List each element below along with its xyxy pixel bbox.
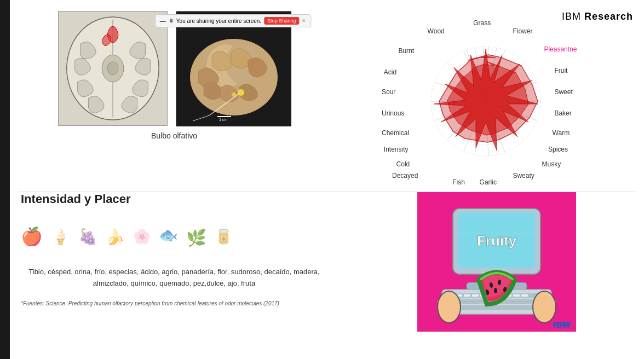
radar-label-chemical: Chemical — [382, 129, 409, 137]
radar-label-pleasantness: Pleasantne — [544, 45, 577, 53]
bulbo-label: Bulbo olfativo — [151, 131, 197, 140]
svg-text:1 cm: 1 cm — [219, 118, 227, 121]
radar-chart-area: Wood Grass Flower Burnt Pleasantne Acid … — [338, 16, 633, 186]
svg-point-70 — [438, 292, 460, 322]
radar-label-intensity: Intensity — [384, 146, 409, 153]
grapes-icon: 🍇 — [78, 228, 97, 246]
radar-label-decayed: Decayed — [392, 172, 418, 180]
radar-container: Wood Grass Flower Burnt Pleasantne Acid … — [382, 19, 590, 183]
fruity-box: Fruity — [417, 192, 576, 332]
svg-point-4 — [107, 62, 118, 75]
screen-share-text: You are sharing your entire screen. — [176, 18, 261, 24]
svg-rect-58 — [472, 294, 479, 297]
apple-icon: 🍎 — [21, 226, 43, 247]
footer-text: *Fuentes: Science. Predicting human olfa… — [21, 289, 349, 306]
icons-row: 🍎 🍦 🍇 🍌 🌸 🐟 🌿 🥫 — [21, 215, 349, 258]
svg-point-9 — [238, 89, 244, 96]
radar-label-baker: Baker — [554, 109, 571, 117]
svg-point-71 — [533, 292, 555, 322]
stop-sharing-button[interactable]: Stop Sharing — [264, 17, 299, 25]
svg-rect-63 — [513, 294, 520, 297]
banana-icon: 🍌 — [106, 228, 125, 246]
radar-label-garlic: Garlic — [480, 178, 497, 186]
brain-anatomical-image — [58, 11, 168, 126]
radar-label-musky: Musky — [542, 160, 561, 168]
radar-label-burnt: Burnt — [398, 47, 414, 55]
plant-icon: 🌿 — [186, 228, 206, 247]
radar-label-grass: Grass — [473, 19, 491, 27]
fish-icon: 🐟 — [159, 226, 178, 244]
intensidad-placer-area: Intensidad y Placer 🍎 🍦 🍇 🍌 🌸 🐟 — [21, 192, 349, 356]
svg-rect-76 — [553, 325, 571, 326]
screen-share-bar: — 🖥 You are sharing your entire screen. … — [155, 14, 311, 27]
radar-label-spices: Spices — [548, 146, 568, 153]
brain-images-row: — 🖥 You are sharing your entire screen. … — [58, 11, 291, 126]
bottom-section: Intensidad y Placer 🍎 🍦 🍇 🍌 🌸 🐟 — [10, 192, 644, 356]
radar-label-acid: Acid — [384, 68, 396, 76]
flower-icon: 🌸 — [133, 228, 151, 245]
radar-label-warm: Warm — [553, 129, 570, 137]
intensidad-title: Intensidad y Placer — [21, 192, 349, 206]
content-area: — 🖥 You are sharing your entire screen. … — [10, 5, 644, 359]
radar-label-fish: Fish — [452, 178, 465, 186]
radar-label-urinous: Urinous — [382, 109, 404, 117]
can-icon: 🥫 — [215, 228, 232, 245]
radar-label-fruit: Fruit — [554, 67, 567, 74]
radar-label-sweet: Sweet — [554, 88, 572, 96]
brain-3d-image: — 🖥 You are sharing your entire screen. … — [176, 11, 291, 126]
left-sidebar-bar — [0, 0, 10, 359]
icecream-icon: 🍦 — [51, 228, 70, 246]
description-text: Tibio, césped, orina, frío, especias, ác… — [21, 267, 327, 289]
brain-area: — 🖥 You are sharing your entire screen. … — [21, 11, 327, 186]
svg-text:Fruity: Fruity — [477, 233, 517, 249]
main-container: IBM Research — [0, 0, 644, 359]
svg-rect-64 — [521, 294, 528, 297]
radar-label-sweaty: Sweaty — [513, 172, 534, 180]
svg-rect-75 — [553, 322, 571, 323]
radar-label-sour: Sour — [382, 88, 395, 96]
top-section: — 🖥 You are sharing your entire screen. … — [10, 5, 644, 192]
svg-rect-57 — [464, 294, 470, 297]
radar-label-flower: Flower — [513, 27, 532, 35]
fruity-image-area: Fruity — [360, 192, 633, 356]
radar-label-wood: Wood — [428, 27, 445, 35]
radar-label-cold: Cold — [396, 160, 410, 168]
